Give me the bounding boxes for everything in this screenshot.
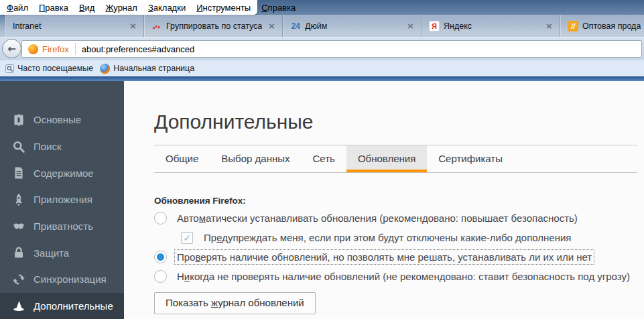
sync-icon (12, 273, 25, 286)
url-text[interactable]: about:preferences#advanced (82, 44, 194, 54)
menu-label: ид (85, 3, 95, 13)
tab-group-by-status[interactable]: Группировать по статуса... × (144, 15, 283, 37)
menu-help[interactable]: Справка (256, 1, 301, 14)
tab-title: Яндекс (444, 21, 539, 31)
sidebar-item-sync[interactable]: Синхронизация (0, 266, 124, 293)
accel-letter: Ж (105, 3, 113, 13)
radio-label: Проверять наличие обновлений, но позволя… (175, 250, 594, 264)
radio-indicator[interactable] (154, 212, 167, 225)
sidebar-item-label: Поиск (34, 141, 62, 152)
label-post: урнал обновлений (218, 297, 304, 308)
dashboard-icon (12, 113, 25, 127)
accel-letter: и (184, 271, 190, 282)
sidebar-item-security[interactable]: Защита (0, 239, 124, 266)
firefox-icon (28, 44, 38, 54)
tab-title: Дюйм (305, 21, 401, 31)
tab-title: Группировать по статуса... (166, 21, 262, 31)
close-icon[interactable]: × (543, 21, 555, 31)
tab-general[interactable]: Общие (154, 145, 210, 172)
accel-letter: Ф (7, 3, 13, 13)
sidebar-item-applications[interactable]: Приложения (0, 186, 124, 213)
checkbox-indicator[interactable]: ✓ (181, 232, 193, 244)
radio-indicator-checked[interactable] (154, 251, 167, 263)
label-pre: Пр (204, 232, 216, 243)
sidebar-item-privacy[interactable]: Приватность (0, 213, 124, 240)
label-pre: Авто (177, 212, 199, 224)
tab-certificates[interactable]: Сертификаты (427, 145, 514, 172)
tab-duim[interactable]: 24 Дюйм × (283, 15, 422, 37)
sidebar-item-label: Синхронизация (34, 273, 107, 285)
label-pre: Показать (166, 297, 211, 308)
close-icon[interactable]: × (405, 21, 416, 31)
tab-title: Intranet (13, 21, 123, 31)
menu-label: нструменты (203, 3, 251, 13)
preferences-content: Дополнительные Общие Выбор данных Сеть О… (124, 81, 644, 319)
bookmarks-bar: Часто посещаемые Начальная страница (0, 60, 644, 76)
accel-letter: С (261, 3, 267, 13)
sidebar-item-label: Основные (34, 114, 81, 125)
browser-top-chrome: Файл Правка Вид Журнал Закладки Инструме… (0, 0, 644, 37)
tab-yandex[interactable]: Я Яндекс × (422, 15, 560, 37)
firefox-globe-icon (100, 64, 110, 74)
tab-wholesale[interactable]: // Оптовая прода (560, 15, 644, 37)
menu-label: айл (13, 3, 28, 13)
orange-slashes-icon: // (568, 21, 578, 31)
accel-letter: ж (211, 297, 218, 308)
bookmark-label: Начальная страница (113, 64, 194, 73)
sidebar-item-search[interactable]: Поиск (0, 133, 124, 160)
label-pre: Н (177, 271, 184, 282)
page-title: Дополнительные (154, 111, 637, 133)
back-button[interactable]: ← (2, 39, 21, 58)
checkbox-warn-addons-disabled[interactable]: ✓ Предупреждать меня, если при этом буду… (181, 231, 637, 245)
checkbox-label: Предупреждать меня, если при этом будут … (202, 231, 573, 245)
wizard-hat-icon (12, 300, 25, 313)
menu-strip: Файл Правка Вид Журнал Закладки Инструме… (0, 0, 257, 15)
show-update-history-button[interactable]: Показать журнал обновлений (154, 292, 316, 314)
tab-network[interactable]: Сеть (302, 145, 346, 172)
accel-letter: е (216, 232, 222, 243)
badge-24-icon: 24 (290, 21, 301, 31)
bookmark-most-visited[interactable]: Часто посещаемые (2, 60, 96, 76)
tab-intranet[interactable]: Intranet × (5, 15, 144, 37)
menu-view[interactable]: Вид (74, 1, 101, 14)
accel-letter: м (199, 212, 206, 224)
menu-label: правка (268, 3, 296, 13)
red-arc-icon (151, 21, 162, 31)
menu-bookmarks[interactable]: Закладки (143, 1, 191, 14)
bookmark-home-page[interactable]: Начальная страница (96, 60, 198, 76)
radio-check-but-let-me-choose[interactable]: Проверять наличие обновлений, но позволя… (154, 250, 637, 264)
close-icon[interactable]: × (266, 21, 277, 31)
document-icon (12, 166, 25, 180)
menu-label: акладки (153, 3, 186, 13)
tab-bar: Intranet × Группировать по статуса... × … (0, 15, 644, 37)
accel-letter: П (39, 3, 45, 13)
toolbar-bottom-border (0, 76, 644, 81)
tab-data-choices[interactable]: Выбор данных (210, 145, 301, 172)
firefox-identity-label: Firefox (42, 44, 69, 54)
tab-updates[interactable]: Обновления (346, 145, 427, 172)
sidebar-item-label: Приватность (34, 220, 93, 232)
menu-tools[interactable]: Инструменты (191, 1, 256, 14)
magnifier-page-icon (5, 64, 14, 73)
menu-edit[interactable]: Правка (34, 1, 74, 14)
sidebar-item-general[interactable]: Основные (0, 107, 124, 133)
menu-history[interactable]: Журнал (100, 1, 142, 14)
radio-label: Автоматически устанавливать обновления (… (175, 211, 580, 225)
radio-never-check-updates[interactable]: Никогда не проверять наличие обновлений … (154, 269, 637, 283)
label-post: атически устанавливать обновления (реком… (206, 212, 578, 224)
menu-file[interactable]: Файл (1, 1, 34, 14)
close-icon[interactable]: × (127, 21, 139, 31)
sidebar-item-advanced[interactable]: Дополнительные (0, 293, 124, 319)
accel-letter: И (196, 3, 202, 13)
radio-auto-install-updates[interactable]: Автоматически устанавливать обновления (… (154, 211, 637, 225)
rocket-icon (12, 193, 25, 206)
preferences-sidebar: Основные Поиск Содержимое Приложения При… (0, 81, 124, 319)
tab-title: Оптовая прода (582, 21, 641, 31)
url-separator (75, 43, 76, 55)
preferences-page: Основные Поиск Содержимое Приложения При… (0, 81, 644, 319)
navigation-bar: ← Firefox about:preferences#advanced (0, 37, 644, 60)
label-post: дупреждать меня, если при этом будут отк… (222, 232, 571, 243)
sidebar-item-content[interactable]: Содержимое (0, 160, 124, 186)
radio-indicator[interactable] (154, 270, 167, 283)
url-bar[interactable]: Firefox about:preferences#advanced (21, 40, 642, 58)
